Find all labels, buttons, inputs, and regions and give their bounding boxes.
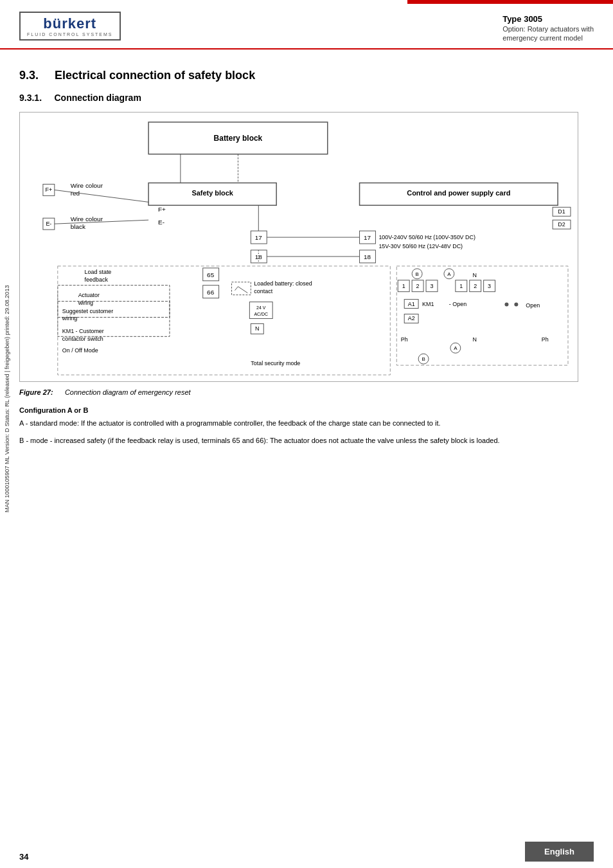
logo-area: bürkert FLUID CONTROL SYSTEMS [19,12,121,41]
svg-text:66: 66 [207,289,215,296]
svg-point-66 [504,303,508,307]
svg-text:Suggestet customer: Suggestet customer [62,308,114,314]
header-desc-line2: emergency current model [502,34,594,42]
svg-text:17: 17 [364,234,371,241]
svg-text:A: A [454,345,458,351]
svg-text:3: 3 [431,283,434,289]
footer-language: English [525,842,594,862]
sidebar-label: MAN 1000105907 ML Version: D Status: RL … [0,141,14,656]
svg-text:Safety block: Safety block [191,189,233,197]
para-a: A - standard mode: If the actuator is co… [19,418,594,429]
svg-text:black: black [71,223,85,230]
svg-text:Open: Open [526,302,540,309]
svg-text:red: red [71,190,80,197]
subsection-number: 9.3.1. [19,93,42,103]
svg-text:F+: F+ [46,186,53,193]
svg-text:wiring: wiring [78,300,93,306]
svg-text:KM1 - Customer: KM1 - Customer [62,328,104,334]
svg-text:17: 17 [255,234,263,241]
svg-text:feedback: feedback [85,276,109,283]
diagram-svg: Battery block Safety block Control and p… [20,113,578,381]
svg-text:Actuator: Actuator [78,292,100,298]
svg-text:A: A [447,271,451,277]
svg-text:Ph: Ph [401,336,408,343]
top-red-bar [407,0,613,4]
svg-point-67 [514,303,518,307]
svg-text:E-: E- [158,219,164,226]
figure-label: Figure 27: [19,388,53,396]
footer: 34 English [0,842,613,868]
header-desc-line1: Option: Rotary actuators with [502,25,594,33]
svg-text:N: N [472,336,476,343]
page-container: bürkert FLUID CONTROL SYSTEMS Type 3005 … [0,0,613,868]
svg-text:18: 18 [364,253,371,260]
svg-text:wiring: wiring [62,315,77,321]
svg-text:B: B [415,271,418,277]
svg-text:Total security mode: Total security mode [251,360,300,366]
diagram-container: Battery block Safety block Control and p… [19,112,578,382]
svg-text:Battery block: Battery block [214,134,263,143]
svg-text:E-: E- [46,221,51,227]
header-type: Type 3005 [502,14,594,24]
subsection-title: 9.3.1. Connection diagram [19,93,594,103]
svg-text:18: 18 [255,253,263,260]
svg-text:A1: A1 [408,301,415,307]
svg-text:100V-240V 50/60 Hz (100V-350V : 100V-240V 50/60 Hz (100V-350V DC) [378,234,475,240]
svg-text:1: 1 [459,283,463,289]
svg-text:Wire colour: Wire colour [71,215,103,222]
logo-subtitle: FLUID CONTROL SYSTEMS [27,32,113,37]
svg-text:contactor switch: contactor switch [62,336,103,342]
svg-text:Wire colour: Wire colour [71,182,103,189]
section-title: 9.3. Electrical connection of safety blo… [19,69,594,82]
svg-text:24 V: 24 V [256,305,266,310]
svg-text:2: 2 [474,283,477,289]
svg-text:3: 3 [488,283,491,289]
svg-line-35 [235,287,238,291]
svg-text:- Open: - Open [449,301,466,307]
svg-text:Ph: Ph [542,336,549,343]
svg-text:D2: D2 [558,221,565,228]
svg-text:Loaded battery: closed: Loaded battery: closed [254,280,312,287]
svg-text:F+: F+ [158,206,166,213]
main-content: 9.3. Electrical connection of safety blo… [0,50,613,465]
section-number: 9.3. [19,69,39,82]
svg-rect-98 [396,266,568,365]
svg-text:Control and power supply card: Control and power supply card [407,189,510,197]
header-right: Type 3005 Option: Rotary actuators with … [502,12,594,42]
svg-text:15V-30V 50/60 Hz (12V-48V DC): 15V-30V 50/60 Hz (12V-48V DC) [378,243,463,249]
subsection-heading: Connection diagram [54,93,141,103]
svg-text:65: 65 [207,271,215,278]
footer-page-number: 34 [19,852,28,862]
svg-text:AC/DC: AC/DC [254,312,268,316]
body-section: Configuration A or B A - standard mode: … [19,406,594,446]
svg-text:On / Off Mode: On / Off Mode [62,347,98,354]
svg-text:N: N [472,272,476,278]
svg-text:D1: D1 [558,208,565,215]
svg-line-16 [55,190,148,202]
svg-text:A2: A2 [408,315,415,321]
para-b: B - mode - increased safety (if the feed… [19,435,594,446]
logo-box: bürkert FLUID CONTROL SYSTEMS [19,12,121,41]
svg-line-36 [238,287,247,293]
figure-caption: Figure 27: Connection diagram of emergen… [19,388,594,396]
svg-text:1: 1 [402,283,405,289]
svg-text:contact: contact [254,288,272,294]
svg-text:N: N [255,325,259,332]
svg-text:KM1: KM1 [422,301,434,307]
section-heading: Electrical connection of safety block [55,69,255,82]
figure-caption-text: Connection diagram of emergency reset [65,388,191,396]
header: bürkert FLUID CONTROL SYSTEMS Type 3005 … [0,0,613,50]
svg-text:Load state: Load state [85,269,112,275]
svg-text:B: B [422,356,425,362]
logo-text: bürkert [43,15,96,32]
config-title: Configuration A or B [19,406,594,414]
svg-text:2: 2 [416,283,420,289]
